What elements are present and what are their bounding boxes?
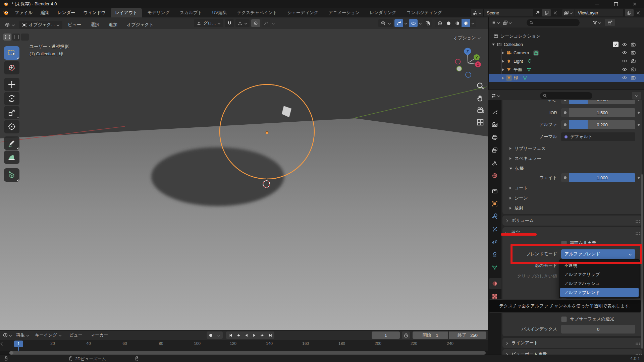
viewlayer-type-button[interactable]	[562, 9, 575, 16]
proportional-falloff[interactable]	[262, 19, 270, 27]
viewlayer-copy-button[interactable]	[625, 9, 634, 16]
properties-editor-type-button[interactable]	[491, 93, 500, 99]
viewport-display-panel[interactable]: ビューポート表示	[505, 350, 642, 355]
tab-constraints[interactable]	[492, 252, 498, 258]
animate-dot[interactable]	[638, 177, 640, 179]
tab-shading[interactable]: シェーディング	[283, 8, 323, 17]
tab-world[interactable]	[492, 173, 498, 179]
lineart-panel[interactable]: ラインアート	[505, 338, 642, 348]
perspective-toggle-button[interactable]	[476, 118, 484, 126]
tab-sculpting[interactable]: スカルプト	[175, 8, 207, 17]
app-menu-icon[interactable]	[3, 10, 9, 16]
tool-move[interactable]	[4, 78, 19, 91]
eye-icon[interactable]	[622, 50, 627, 55]
eye-icon[interactable]	[622, 75, 627, 80]
pan-hand-button[interactable]	[476, 94, 484, 102]
current-frame-field[interactable]: 1	[372, 331, 400, 339]
menu-item-alpha-clip[interactable]: アルファクリップ	[560, 270, 639, 279]
timeline-scrollbar-knob[interactable]	[9, 351, 13, 355]
menu-item-alpha-hashed[interactable]: アルファハッシュ	[560, 279, 639, 288]
normal-input[interactable]: デフォルト	[561, 132, 635, 141]
outliner-filter-button[interactable]	[592, 20, 601, 25]
settings-panel[interactable]: 設定	[505, 228, 642, 237]
minimize-button[interactable]	[588, 0, 606, 8]
properties-options-button[interactable]	[632, 92, 641, 100]
eye-icon[interactable]	[622, 42, 627, 47]
visibility-dropdown[interactable]	[378, 19, 393, 27]
drag-handle[interactable]	[636, 220, 637, 221]
camera-view-button[interactable]	[476, 106, 484, 114]
selectmode-new-button[interactable]	[3, 34, 11, 41]
selectmode-extend-button[interactable]	[12, 34, 20, 41]
emission-panel[interactable]: 放射	[509, 204, 523, 213]
snap-settings[interactable]	[235, 19, 250, 27]
tool-cursor[interactable]	[4, 61, 19, 74]
pin-icon[interactable]	[535, 10, 540, 15]
next-keyframe-button[interactable]	[258, 331, 266, 339]
outliner-row-collection[interactable]: Collection	[489, 40, 644, 49]
tool-transform[interactable]	[4, 120, 19, 133]
sheen-panel[interactable]: シーン	[509, 194, 528, 202]
camera-visibility-icon[interactable]	[631, 42, 636, 47]
outliner-row-sphere[interactable]: 球	[489, 74, 644, 82]
scene-name-field[interactable]: Scene	[483, 9, 533, 16]
viewport-canvas[interactable]	[0, 29, 488, 330]
tab-physics[interactable]	[492, 239, 498, 245]
outliner-row-camera[interactable]: Camera	[489, 49, 644, 57]
timeline-view-menu[interactable]: ビュー	[65, 330, 87, 340]
playback-menu[interactable]: 再生	[16, 332, 30, 338]
roughness-decouple-button[interactable]	[561, 100, 569, 104]
scene-unlink-icon[interactable]	[553, 11, 557, 15]
camera-expander[interactable]	[502, 52, 504, 54]
tab-object-data[interactable]	[492, 264, 498, 270]
shading-solid-button[interactable]	[444, 19, 453, 27]
alpha-decouple-button[interactable]	[561, 120, 569, 129]
current-frame-badge[interactable]: 1	[14, 341, 23, 347]
outliner-row-scene-collection[interactable]: シーンコレクション	[489, 32, 644, 40]
shading-material-button[interactable]	[453, 19, 462, 27]
outliner-search-input[interactable]	[527, 19, 580, 26]
shading-rendered-button[interactable]	[462, 19, 470, 27]
prev-keyframe-button[interactable]	[234, 331, 242, 339]
play-button[interactable]	[250, 331, 258, 339]
animate-dot[interactable]	[638, 124, 640, 126]
tab-material[interactable]	[492, 281, 498, 287]
viewlayer-name-field[interactable]: ViewLayer	[575, 9, 623, 16]
translucency-checkbox[interactable]	[561, 316, 567, 322]
coat-panel[interactable]: コート	[509, 184, 528, 192]
zoom-button[interactable]	[476, 82, 484, 90]
selectmode-subtract-button[interactable]	[21, 34, 29, 41]
menu-file[interactable]: ファイル	[11, 8, 37, 17]
subsurface-panel[interactable]: サブサーフェス	[509, 144, 546, 153]
proportional-toggle[interactable]	[251, 19, 260, 27]
autokey-options-button[interactable]	[215, 331, 223, 339]
scene-copy-button[interactable]	[542, 9, 551, 16]
tab-object[interactable]	[492, 201, 498, 207]
outliner-row-light[interactable]: Light	[489, 57, 644, 65]
overlays-toggle[interactable]	[409, 19, 418, 27]
tab-modifiers[interactable]	[492, 214, 498, 220]
editor-type-button[interactable]	[2, 21, 18, 29]
new-collection-button[interactable]	[605, 19, 615, 26]
xray-toggle[interactable]	[423, 19, 432, 27]
collection-checkbox[interactable]	[613, 42, 619, 47]
snap-toggle[interactable]	[225, 19, 234, 27]
camera-visibility-icon[interactable]	[631, 50, 636, 55]
transmission-panel[interactable]: 伝播	[509, 164, 524, 173]
weight-slider[interactable]: 1.000	[569, 173, 635, 182]
tab-compositing[interactable]: コンポジティング	[402, 8, 446, 17]
tool-rotate[interactable]	[4, 92, 19, 105]
frame-start-field[interactable]: 開始1	[413, 331, 448, 339]
autokey-record-button[interactable]	[207, 331, 215, 339]
tab-modeling[interactable]: モデリング	[143, 8, 174, 17]
alpha-slider[interactable]: 0.200	[569, 120, 635, 129]
jump-to-start-button[interactable]	[226, 331, 234, 339]
tab-scene[interactable]	[492, 160, 498, 166]
animate-dot[interactable]	[638, 100, 640, 101]
tab-uv-editing[interactable]: UV編集	[208, 8, 231, 17]
light-expander[interactable]	[502, 60, 504, 63]
outliner-editor-type-button[interactable]	[491, 20, 500, 25]
frame-end-field[interactable]: 終了250	[449, 331, 486, 339]
ior-decouple-button[interactable]	[561, 108, 569, 117]
tool-scale[interactable]	[4, 106, 19, 119]
